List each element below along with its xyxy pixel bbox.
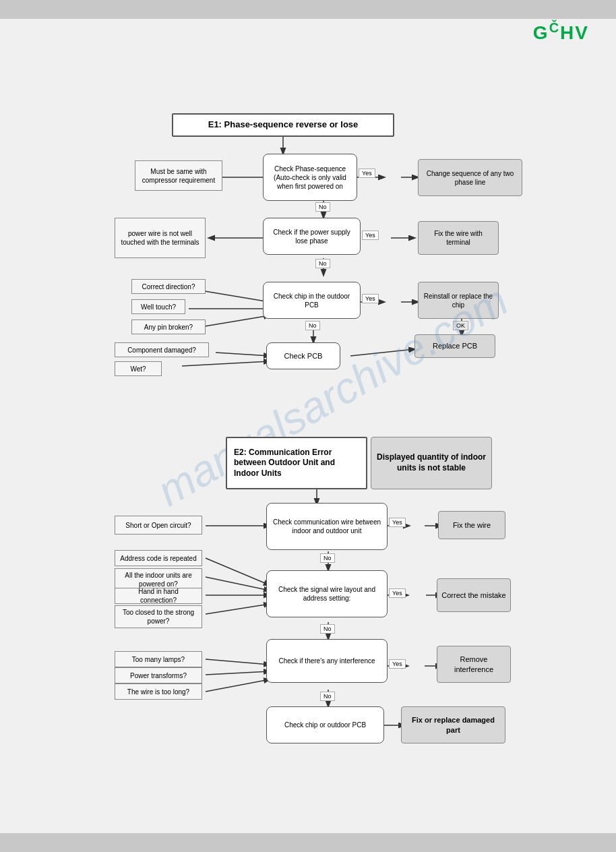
e2-diagram: E2: Communication Error between Outdoor …: [27, 423, 593, 801]
logo: GČHV: [533, 20, 589, 44]
e2-correct-mistake: Correct the mistake: [437, 578, 511, 612]
e1-component: Component damaged?: [115, 342, 209, 357]
e2-yes2: Yes: [389, 588, 406, 598]
top-bar: [0, 0, 616, 19]
e2-side-title: Displayed quantity of indoor units is no…: [371, 437, 492, 489]
e2-fix-wire: Fix the wire: [438, 511, 505, 539]
e2-wire-long: The wire is too long?: [115, 683, 202, 700]
e2-check-interference: Check if there's any interference: [266, 639, 388, 683]
svg-line-32: [206, 659, 270, 665]
bottom-bar: [0, 833, 616, 852]
e2-address-code: Address code is repeated: [115, 550, 202, 566]
e1-correct-dir: Correct direction?: [131, 279, 206, 294]
e2-title: E2: Communication Error between Outdoor …: [226, 437, 367, 489]
e2-check-comm: Check communication wire between indoor …: [266, 503, 388, 550]
e2-power-transforms: Power transforms?: [115, 667, 202, 683]
e1-change-seq: Change sequence of any two phase line: [418, 159, 522, 196]
e2-too-many: Too many lamps?: [115, 651, 202, 667]
e2-remove-interference: Remove interference: [437, 646, 511, 683]
svg-line-28: [206, 604, 270, 614]
e2-short-open: Short or Open circuit?: [115, 516, 202, 535]
e1-yes3: Yes: [362, 294, 379, 303]
svg-line-26: [206, 577, 270, 590]
e1-no1: No: [315, 202, 330, 212]
e2-fix-replace: Fix or replace damaged part: [401, 706, 505, 743]
e1-no3: No: [305, 321, 320, 330]
e1-check-chip: Check chip in the outdoor PCB: [263, 282, 361, 319]
e1-any-pin: Any pin broken?: [131, 320, 206, 334]
e1-check-phase: Check Phase-sequence (Auto-check is only…: [263, 154, 357, 201]
e1-wet: Wet?: [115, 361, 162, 376]
e2-check-signal: Check the signal wire layout and address…: [266, 570, 388, 617]
svg-line-17: [182, 361, 270, 366]
e2-no3: No: [320, 692, 335, 701]
e1-must-be-same: Must be same with compressor requirement: [135, 160, 222, 191]
e1-yes1: Yes: [359, 169, 375, 178]
e2-check-chip-pcb: Check chip or outdoor PCB: [266, 706, 384, 743]
e2-no2: No: [320, 624, 335, 634]
e2-too-close: Too closed to the strong power?: [115, 605, 202, 628]
e2-yes1: Yes: [389, 518, 406, 527]
e2-hand-in-hand: Hand in hand connection?: [115, 588, 202, 604]
e2-no1: No: [320, 553, 335, 563]
e1-replace-pcb: Replace PCB: [414, 334, 495, 358]
svg-line-33: [206, 671, 270, 675]
svg-line-25: [206, 558, 270, 585]
e1-ok: OK: [453, 321, 468, 330]
svg-line-18: [350, 349, 414, 356]
svg-line-16: [216, 353, 270, 356]
svg-line-34: [206, 679, 270, 692]
e1-check-power: Check if the power supply lose phase: [263, 218, 361, 255]
e2-yes3: Yes: [389, 659, 406, 669]
e1-reinstall: Reinstall or replace the chip: [418, 282, 499, 319]
e1-diagram: E1: Phase-sequence reverse or lose Check…: [27, 59, 593, 383]
e1-check-pcb: Check PCB: [266, 342, 340, 369]
e1-well-touch: Well touch?: [131, 299, 185, 314]
e1-fix-wire-terminal: Fix the wire with terminal: [418, 221, 499, 255]
e1-yes2: Yes: [362, 231, 379, 240]
e1-power-wire: power wire is not well touched with the …: [115, 218, 206, 258]
e1-no2: No: [315, 259, 330, 268]
e1-title: E1: Phase-sequence reverse or lose: [172, 113, 394, 137]
